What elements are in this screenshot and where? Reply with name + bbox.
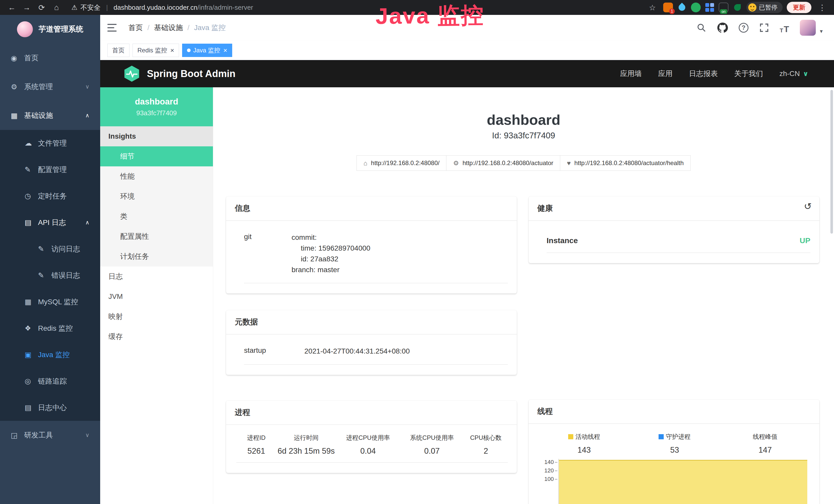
sidebar-item-jvm[interactable]: JVM (100, 287, 213, 306)
sidebar-item-error-logs[interactable]: ✎ 错误日志 (0, 262, 100, 289)
sba-body: dashboard 93a3fc7f7409 Insights 细节 性能 环境… (100, 87, 834, 504)
chevron-down-icon: ∨ (85, 84, 89, 90)
sidebar-item-caches[interactable]: 缓存 (100, 327, 213, 347)
scrollbar[interactable] (830, 90, 833, 234)
sidebar-item-metrics[interactable]: 性能 (100, 166, 213, 186)
service-url-button[interactable]: ⌂ http://192.168.0.2:48080/ (356, 155, 446, 171)
sidebar-item-configprops[interactable]: 配置属性 (100, 226, 213, 247)
info-git-row: git commit: time: 1596289704000 id: 27aa… (244, 229, 508, 283)
forward-icon[interactable]: → (20, 3, 34, 12)
profile-paused-pill[interactable]: 已暂停 (746, 2, 783, 13)
ytick-100: 100 (539, 476, 554, 482)
access-log-icon: ✎ (38, 245, 51, 253)
sidebar-item-infrastructure[interactable]: ▦ 基础设施 ∧ (0, 101, 100, 130)
extension-drop-icon[interactable] (677, 3, 687, 12)
close-icon[interactable]: × (223, 47, 227, 54)
reload-icon[interactable]: ⟳ (35, 3, 48, 12)
breadcrumb-infrastructure[interactable]: 基础设施 (154, 23, 183, 32)
app-logo[interactable]: 芋道管理系统 (0, 15, 100, 44)
font-size-icon[interactable]: TT (780, 22, 789, 33)
metadata-value: 2021-04-27T00:44:31.254+08:00 (304, 346, 508, 357)
sidebar-item-config-mgmt[interactable]: ✎ 配置管理 (0, 156, 100, 183)
fullscreen-icon[interactable] (759, 22, 769, 33)
info-value: commit: time: 1596289704000 id: 27aa832 … (291, 232, 508, 275)
instance-id: 93a3fc7f7409 (136, 109, 177, 117)
sidebar-item-file-mgmt[interactable]: ☁ 文件管理 (0, 130, 100, 156)
sidebar-item-details[interactable]: 细节 (100, 146, 213, 166)
health-url-button[interactable]: ♥ http://192.168.0.2:48080/actuator/heal… (560, 155, 691, 171)
cards-grid: 信息 git commit: time: 1596289704000 id: 2… (213, 171, 834, 504)
github-icon[interactable] (717, 22, 728, 33)
chrome-menu-icon[interactable]: ⋮ (815, 3, 829, 12)
language-selector[interactable]: zh-CN ∨ (780, 70, 808, 78)
security-chip[interactable]: ⚠ 不安全 (71, 3, 101, 12)
chevron-up-icon: ∧ (85, 219, 89, 226)
sidebar-menu: ◉ 首页 ⚙ 系统管理 ∨ ▦ 基础设施 ∧ ☁ 文件管理 (0, 44, 100, 450)
sidebar-item-home[interactable]: ◉ 首页 (0, 44, 100, 72)
sidebar-item-java-monitor[interactable]: ▣ Java 监控 (0, 342, 100, 368)
sidebar-item-logfile[interactable]: 日志 (100, 267, 213, 287)
sidebar-item-environment[interactable]: 环境 (100, 186, 213, 206)
gear-icon: ⚙ (11, 83, 24, 91)
metadata-key: startup (244, 346, 304, 357)
breadcrumb-home[interactable]: 首页 (128, 23, 143, 32)
sidebar-item-access-logs[interactable]: ✎ 访问日志 (0, 236, 100, 262)
sba-nav-applications[interactable]: 应用 (658, 69, 673, 78)
tab-java-monitor[interactable]: Java 监控 × (182, 44, 232, 57)
threads-card-title: 线程 (529, 399, 819, 424)
legend-peak-value: 147 (720, 445, 810, 455)
extension-green-icon[interactable] (691, 3, 701, 12)
app-main: 首页 / 基础设施 / Java 监控 ? (100, 15, 834, 504)
sidebar-item-redis-monitor[interactable]: ❖ Redis 监控 (0, 315, 100, 342)
sidebar-item-tracing[interactable]: ◎ 链路追踪 (0, 368, 100, 394)
history-icon[interactable]: ↺ (804, 201, 812, 212)
extension-grid-icon[interactable] (705, 3, 715, 12)
col-uptime: 运行时间 (276, 433, 336, 446)
home-icon: ⌂ (364, 159, 367, 167)
error-log-icon: ✎ (38, 271, 51, 280)
val-uptime: 6d 23h 15m 59s (276, 446, 336, 456)
sba-header: Spring Boot Admin 应用墙 应用 日志报表 关于我们 zh-CN… (100, 60, 834, 87)
sidebar-item-api-logs[interactable]: ▤ API 日志 ∧ (0, 209, 100, 236)
url-separator: | (106, 4, 108, 12)
sidebar-item-system-mgmt[interactable]: ⚙ 系统管理 ∨ (0, 72, 100, 101)
user-avatar[interactable] (800, 20, 816, 36)
chevron-down-icon: ∨ (803, 70, 808, 78)
legend-peak-threads: 线程峰值 (720, 432, 810, 445)
help-icon[interactable]: ? (739, 22, 748, 33)
browser-home-icon[interactable]: ⌂ (50, 3, 63, 12)
extension-leaf-icon[interactable] (732, 3, 742, 12)
close-icon[interactable]: × (170, 47, 174, 54)
address-bar[interactable]: dashboard.yudao.iocoder.cn/infra/admin-s… (113, 4, 253, 12)
instance-content: dashboard Id: 93a3fc7f7409 ⌂ http://192.… (213, 87, 834, 504)
tab-home[interactable]: 首页 (107, 44, 129, 57)
sidebar-item-dev-tools[interactable]: ◲ 研发工具 ∨ (0, 421, 100, 450)
hamburger-icon[interactable] (100, 15, 125, 41)
val-pid: 5261 (236, 446, 276, 456)
active-dot (187, 48, 191, 52)
sidebar-item-log-center[interactable]: ▤ 日志中心 (0, 394, 100, 421)
chrome-update-button[interactable]: 更新 (787, 2, 811, 13)
process-table: 进程ID 运行时间 进程CPU使用率 系统CPU使用率 CPU核心数 5261 … (236, 433, 508, 463)
back-icon[interactable]: ← (5, 3, 19, 12)
sba-nav-journal[interactable]: 日志报表 (689, 69, 718, 78)
sidebar-item-classes[interactable]: 类 (100, 206, 213, 226)
extension-onoff-icon[interactable]: on (719, 3, 728, 12)
sba-nav-wallboard[interactable]: 应用墙 (620, 69, 642, 78)
screen: ← → ⟳ ⌂ ⚠ 不安全 | dashboard.yudao.iocoder.… (0, 0, 834, 504)
extension-orange-icon[interactable]: 1 (663, 3, 673, 12)
sidebar-item-mappings[interactable]: 映射 (100, 306, 213, 327)
sidebar-item-scheduled-tasks[interactable]: 计划任务 (100, 247, 213, 267)
health-card-title: 健康 (537, 204, 553, 212)
java-monitor-icon: ▣ (25, 350, 38, 359)
sba-brand: Spring Boot Admin (147, 68, 236, 79)
sidebar-item-scheduled-jobs[interactable]: ◷ 定时任务 (0, 183, 100, 209)
sba-nav-about[interactable]: 关于我们 (734, 69, 763, 78)
info-card-title: 信息 (226, 197, 517, 221)
tab-redis-monitor[interactable]: Redis 监控 × (133, 44, 179, 57)
val-cpu-cores: 2 (464, 446, 508, 456)
search-icon[interactable] (697, 22, 706, 33)
sidebar-item-mysql-monitor[interactable]: ▦ MySQL 监控 (0, 289, 100, 315)
actuator-url-button[interactable]: ⚙ http://192.168.0.2:48080/actuator (446, 155, 560, 171)
bookmark-star-icon[interactable]: ☆ (646, 3, 659, 12)
